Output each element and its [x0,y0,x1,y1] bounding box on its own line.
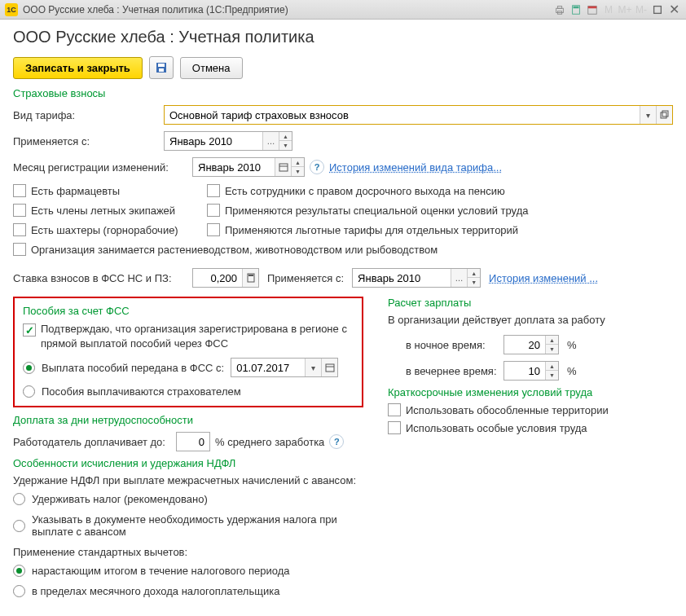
cb-early-pension-label: Есть сотрудники с правом досрочного выхо… [225,185,505,197]
spin-down[interactable]: ▼ [279,141,292,150]
spin-up[interactable]: ▲ [546,336,558,345]
fss-rate-label: Ставка взносов в ФСС НС и ПЗ: [13,272,192,284]
calculator-picker-icon[interactable] [242,269,258,287]
spin-down[interactable]: ▼ [546,371,558,380]
save-close-button[interactable]: Записать и закрыть [13,57,143,79]
night-input[interactable] [504,336,545,354]
history-link[interactable]: История изменений вида тарифа... [329,161,502,174]
spin-up[interactable]: ▲ [546,362,558,371]
calculator-icon[interactable] [569,3,583,16]
cb-territories[interactable] [388,403,401,416]
svg-rect-13 [279,164,288,171]
svg-rect-1 [557,6,561,8]
cb-special-assessment[interactable] [207,204,220,217]
evening-input[interactable] [504,362,545,380]
employer-pays-label: Работодатель доплачивает до: [13,436,176,448]
cb-agriculture[interactable] [13,243,26,256]
spin-down[interactable]: ▼ [546,345,558,354]
page-title: ООО Русские хлеба : Учетная политика [13,28,673,46]
cb-preferential[interactable] [207,223,220,236]
cb-pharmacists-label: Есть фармацевты [31,185,120,197]
app-icon: 1C [5,3,18,16]
radio-withhold-label: Удерживать налог (рекомендовано) [32,493,208,505]
cb-miners[interactable] [13,223,26,236]
employer-pays-group [176,432,210,451]
radio-indicate-label: Указывать в документе необходимость удер… [32,513,363,538]
section-fss-benefits: Пособия за счет ФСС [23,305,354,317]
toolbar: Записать и закрыть Отмена [13,56,673,79]
calendar-picker-icon[interactable] [321,359,337,376]
open-icon[interactable] [656,106,672,124]
radio-insurer-label: Пособия выплачиваются страхователем [42,385,241,398]
cb-flight-crews[interactable] [13,204,26,217]
cb-preferential-label: Применяются льготные тарифы для отдельны… [225,224,518,236]
reg-month-input[interactable] [193,158,275,176]
svg-rect-9 [158,64,165,67]
help-icon[interactable]: ? [329,434,344,449]
tariff-input[interactable] [165,106,640,124]
radio-cumulative[interactable] [13,565,25,577]
section-salary: Расчет зарплаты [388,297,673,309]
spin-up[interactable]: ▲ [468,269,480,278]
fss-applies-group: … ▲▼ [352,268,481,288]
spin-down[interactable]: ▼ [292,167,304,176]
fss-rate-input[interactable] [193,269,242,287]
radio-indicate[interactable] [13,520,25,532]
reg-month-label: Месяц регистрации изменений: [13,161,192,174]
cb-early-pension[interactable] [207,184,220,197]
m-icon-1[interactable]: M [601,3,616,16]
calendar-icon[interactable] [585,3,600,16]
save-button[interactable] [149,56,174,79]
svg-rect-10 [159,68,164,72]
maximize-icon[interactable] [650,3,665,16]
spinner: ▲▼ [545,336,558,354]
radio-transferred-label: Выплата пособий передана в ФСС с: [42,362,224,374]
ndfl-deductions-label: Применение стандартных вычетов: [13,546,363,558]
applies-from-input[interactable] [165,132,262,150]
titlebar: 1C ООО Русские хлеба : Учетная политика … [0,0,686,20]
cb-territories-label: Использовать обособленные территории [406,404,609,416]
close-icon[interactable]: ✕ [666,3,681,16]
cb-confirm-region-label: Подтверждаю, что организация зарегистрир… [41,322,354,351]
ellipsis-icon[interactable]: … [451,269,467,287]
fss-benefits-box: Пособия за счет ФСС Подтверждаю, что орг… [13,297,363,407]
radio-transferred[interactable] [23,362,35,374]
fss-applies-input[interactable] [353,269,451,287]
radio-withhold[interactable] [13,493,25,505]
section-short-term: Краткосрочные изменения условий труда [388,386,673,398]
night-label: в ночное время: [406,339,504,351]
cb-confirm-region[interactable] [23,323,36,337]
percent-sign: % [567,339,577,351]
spinner: ▲▼ [291,158,304,176]
radio-monthly[interactable] [13,585,25,597]
cancel-button[interactable]: Отмена [180,57,243,79]
cb-special-conditions[interactable] [388,421,401,434]
m-icon-2[interactable]: M+ [618,3,632,16]
tariff-label: Вид тарифа: [13,109,164,121]
dropdown-icon[interactable]: ▾ [640,106,656,124]
calendar-picker-icon[interactable] [275,158,291,176]
print-icon[interactable] [552,3,567,16]
employer-pays-input[interactable] [177,433,209,451]
spin-up[interactable]: ▲ [292,158,304,167]
cb-pharmacists[interactable] [13,184,26,197]
radio-insurer[interactable] [23,385,35,398]
m-icon-3[interactable]: M- [634,3,649,16]
reg-month-group: ▲▼ [192,157,305,177]
spin-down[interactable]: ▼ [468,278,480,287]
extra-pay-label: В организации действует доплата за работ… [388,314,673,326]
spin-up[interactable]: ▲ [279,132,292,141]
transferred-date-input[interactable] [231,359,305,376]
cb-special-assessment-label: Применяются результаты специальной оценк… [225,205,528,217]
applies-from-label: Применяется с: [13,135,164,147]
help-icon[interactable]: ? [310,160,324,174]
svg-rect-16 [248,275,253,276]
ellipsis-icon[interactable]: … [262,132,279,150]
dropdown-icon[interactable]: ▾ [305,359,321,376]
section-disability: Доплата за дни нетрудоспособности [13,414,363,426]
history-link-2[interactable]: История изменений ... [489,272,598,284]
spinner: ▲▼ [467,269,480,287]
applies-from-group: … ▲▼ [164,131,292,151]
window-title: ООО Русские хлеба : Учетная политика (1С… [23,4,551,15]
tariff-input-group: ▾ [164,105,673,125]
